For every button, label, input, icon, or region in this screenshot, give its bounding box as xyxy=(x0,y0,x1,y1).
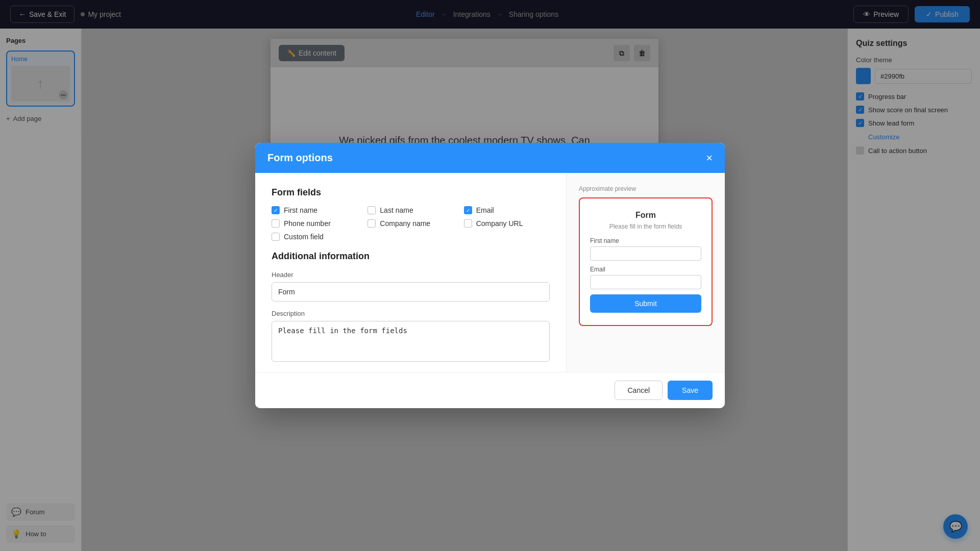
header-field: Header xyxy=(272,270,550,302)
modal-right: Approximate preview Form Please fill in … xyxy=(567,173,725,372)
description-textarea[interactable] xyxy=(272,321,550,362)
description-label: Description xyxy=(272,310,305,317)
modal-title: Form options xyxy=(267,152,333,164)
field-cb-last_name[interactable] xyxy=(368,206,376,214)
fields-grid: First nameLast nameEmailPhone numberComp… xyxy=(272,206,550,241)
field-checkbox-company_url: Company URL xyxy=(464,219,550,228)
field-cb-company_name[interactable] xyxy=(368,219,376,228)
field-cb-custom_field[interactable] xyxy=(272,233,280,241)
field-checkbox-custom_field: Custom field xyxy=(272,233,357,241)
field-label-company_url: Company URL xyxy=(476,219,523,228)
field-checkbox-phone_number: Phone number xyxy=(272,219,357,228)
field-label-last_name: Last name xyxy=(380,206,413,214)
header-input[interactable] xyxy=(272,282,550,302)
description-field: Description xyxy=(272,309,550,364)
modal-left: Form fields First nameLast nameEmailPhon… xyxy=(255,173,567,372)
preview-submit-button[interactable]: Submit xyxy=(590,294,701,313)
field-label-custom_field: Custom field xyxy=(284,233,324,241)
field-checkbox-last_name: Last name xyxy=(368,206,453,214)
field-label-email: Email xyxy=(476,206,494,214)
preview-first-name-input xyxy=(590,246,701,261)
save-button[interactable]: Save xyxy=(668,381,713,400)
preview-title: Form xyxy=(590,211,701,220)
modal-close-button[interactable]: × xyxy=(706,153,713,164)
field-label-phone_number: Phone number xyxy=(284,219,331,228)
field-label-first_name: First name xyxy=(284,206,317,214)
modal-header: Form options × xyxy=(255,143,725,173)
form-fields-title: Form fields xyxy=(272,187,550,198)
additional-info-title: Additional information xyxy=(272,251,550,262)
field-checkbox-first_name: First name xyxy=(272,206,357,214)
preview-label: Approximate preview xyxy=(579,185,713,192)
modal-overlay: Form options × Form fields First nameLas… xyxy=(0,0,980,551)
modal-footer: Cancel Save xyxy=(255,372,725,408)
field-cb-phone_number[interactable] xyxy=(272,219,280,228)
preview-email-input xyxy=(590,275,701,289)
field-cb-first_name[interactable] xyxy=(272,206,280,214)
field-label-company_name: Company name xyxy=(380,219,430,228)
modal: Form options × Form fields First nameLas… xyxy=(255,143,725,408)
preview-card: Form Please fill in the form fields Firs… xyxy=(579,197,713,326)
field-cb-email[interactable] xyxy=(464,206,472,214)
preview-first-name-label: First name xyxy=(590,237,701,244)
field-cb-company_url[interactable] xyxy=(464,219,472,228)
preview-email-label: Email xyxy=(590,266,701,273)
preview-desc: Please fill in the form fields xyxy=(590,223,701,230)
field-checkbox-email: Email xyxy=(464,206,550,214)
modal-body: Form fields First nameLast nameEmailPhon… xyxy=(255,173,725,372)
field-checkbox-company_name: Company name xyxy=(368,219,453,228)
cancel-button[interactable]: Cancel xyxy=(615,381,663,400)
header-label: Header xyxy=(272,271,293,279)
